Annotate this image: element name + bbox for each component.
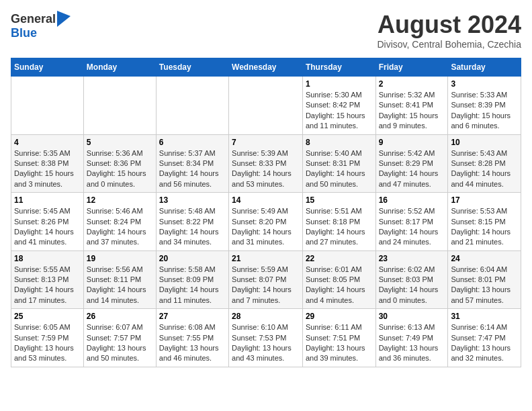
- calendar-cell: 25Sunrise: 6:05 AM Sunset: 7:59 PM Dayli…: [11, 309, 84, 367]
- location: Divisov, Central Bohemia, Czechia: [378, 39, 522, 50]
- day-number: 15: [306, 195, 373, 205]
- calendar-table: SundayMondayTuesdayWednesdayThursdayFrid…: [11, 58, 521, 367]
- calendar-cell: 23Sunrise: 6:02 AM Sunset: 8:03 PM Dayli…: [375, 250, 448, 309]
- calendar-cell: 17Sunrise: 5:53 AM Sunset: 8:15 PM Dayli…: [448, 193, 521, 251]
- day-info: Sunrise: 5:42 AM Sunset: 8:29 PM Dayligh…: [379, 148, 445, 190]
- calendar-cell: 21Sunrise: 5:59 AM Sunset: 8:07 PM Dayli…: [229, 250, 303, 309]
- day-info: Sunrise: 5:36 AM Sunset: 8:36 PM Dayligh…: [87, 148, 153, 190]
- day-number: 5: [87, 138, 153, 147]
- day-number: 26: [87, 312, 153, 321]
- day-number: 20: [159, 254, 226, 263]
- calendar-cell: 26Sunrise: 6:07 AM Sunset: 7:57 PM Dayli…: [83, 309, 156, 367]
- day-info: Sunrise: 5:48 AM Sunset: 8:22 PM Dayligh…: [159, 206, 226, 248]
- day-info: Sunrise: 6:10 AM Sunset: 7:53 PM Dayligh…: [232, 322, 300, 364]
- day-number: 11: [14, 195, 81, 205]
- day-of-week-header: Tuesday: [156, 58, 228, 77]
- day-number: 23: [379, 254, 445, 263]
- day-info: Sunrise: 5:52 AM Sunset: 8:17 PM Dayligh…: [379, 206, 445, 248]
- calendar-cell: 24Sunrise: 6:04 AM Sunset: 8:01 PM Dayli…: [448, 250, 521, 309]
- calendar-week-row: 4Sunrise: 5:35 AM Sunset: 8:38 PM Daylig…: [11, 134, 521, 193]
- day-info: Sunrise: 5:39 AM Sunset: 8:33 PM Dayligh…: [232, 148, 300, 190]
- day-number: 4: [14, 138, 81, 147]
- day-info: Sunrise: 5:30 AM Sunset: 8:42 PM Dayligh…: [306, 90, 373, 132]
- day-info: Sunrise: 5:55 AM Sunset: 8:13 PM Dayligh…: [14, 265, 81, 306]
- page-header: General Blue August 2024 Divisov, Centra…: [11, 11, 521, 50]
- day-number: 8: [306, 138, 373, 147]
- calendar-cell: 29Sunrise: 6:11 AM Sunset: 7:51 PM Dayli…: [302, 309, 375, 367]
- day-number: 2: [379, 79, 445, 89]
- day-number: 1: [306, 79, 373, 89]
- logo-general: General: [11, 13, 56, 25]
- calendar-cell: [229, 77, 303, 135]
- calendar-week-row: 1Sunrise: 5:30 AM Sunset: 8:42 PM Daylig…: [11, 77, 521, 135]
- day-info: Sunrise: 6:04 AM Sunset: 8:01 PM Dayligh…: [451, 265, 518, 306]
- calendar-week-row: 11Sunrise: 5:45 AM Sunset: 8:26 PM Dayli…: [11, 193, 521, 251]
- calendar-cell: 13Sunrise: 5:48 AM Sunset: 8:22 PM Dayli…: [156, 193, 228, 251]
- calendar-cell: 16Sunrise: 5:52 AM Sunset: 8:17 PM Dayli…: [375, 193, 448, 251]
- calendar-cell: 27Sunrise: 6:08 AM Sunset: 7:55 PM Dayli…: [156, 309, 228, 367]
- calendar-week-row: 25Sunrise: 6:05 AM Sunset: 7:59 PM Dayli…: [11, 309, 521, 367]
- day-number: 14: [232, 195, 300, 205]
- month-year: August 2024: [378, 11, 522, 39]
- day-info: Sunrise: 6:08 AM Sunset: 7:55 PM Dayligh…: [159, 322, 226, 364]
- calendar-week-row: 18Sunrise: 5:55 AM Sunset: 8:13 PM Dayli…: [11, 250, 521, 309]
- day-number: 28: [232, 312, 300, 321]
- day-of-week-header: Wednesday: [229, 58, 303, 77]
- day-info: Sunrise: 6:13 AM Sunset: 7:49 PM Dayligh…: [379, 322, 445, 364]
- day-number: 6: [159, 138, 226, 147]
- day-number: 9: [379, 138, 445, 147]
- logo-icon: [57, 11, 71, 27]
- calendar-cell: 1Sunrise: 5:30 AM Sunset: 8:42 PM Daylig…: [302, 77, 375, 135]
- day-number: 3: [451, 79, 518, 89]
- svg-marker-0: [57, 11, 71, 27]
- day-info: Sunrise: 5:51 AM Sunset: 8:18 PM Dayligh…: [306, 206, 373, 248]
- calendar-cell: 11Sunrise: 5:45 AM Sunset: 8:26 PM Dayli…: [11, 193, 84, 251]
- day-number: 24: [451, 254, 518, 263]
- day-info: Sunrise: 5:59 AM Sunset: 8:07 PM Dayligh…: [232, 265, 300, 306]
- day-info: Sunrise: 5:56 AM Sunset: 8:11 PM Dayligh…: [87, 265, 153, 306]
- day-number: 7: [232, 138, 300, 147]
- calendar-cell: 18Sunrise: 5:55 AM Sunset: 8:13 PM Dayli…: [11, 250, 84, 309]
- day-of-week-header: Sunday: [11, 58, 84, 77]
- calendar-cell: [83, 77, 156, 135]
- calendar-header-row: SundayMondayTuesdayWednesdayThursdayFrid…: [11, 58, 521, 77]
- day-info: Sunrise: 6:01 AM Sunset: 8:05 PM Dayligh…: [306, 265, 373, 306]
- day-of-week-header: Saturday: [448, 58, 521, 77]
- day-info: Sunrise: 6:07 AM Sunset: 7:57 PM Dayligh…: [87, 322, 153, 364]
- calendar-cell: 28Sunrise: 6:10 AM Sunset: 7:53 PM Dayli…: [229, 309, 303, 367]
- calendar-cell: 8Sunrise: 5:40 AM Sunset: 8:31 PM Daylig…: [302, 134, 375, 193]
- calendar-cell: [156, 77, 228, 135]
- day-number: 12: [87, 195, 153, 205]
- calendar-cell: 19Sunrise: 5:56 AM Sunset: 8:11 PM Dayli…: [83, 250, 156, 309]
- day-info: Sunrise: 5:35 AM Sunset: 8:38 PM Dayligh…: [14, 148, 81, 190]
- logo-blue: Blue: [11, 27, 71, 39]
- logo-text: General Blue: [11, 11, 71, 39]
- day-number: 25: [14, 312, 81, 321]
- calendar-cell: 3Sunrise: 5:33 AM Sunset: 8:39 PM Daylig…: [448, 77, 521, 135]
- calendar-cell: 2Sunrise: 5:32 AM Sunset: 8:41 PM Daylig…: [375, 77, 448, 135]
- day-info: Sunrise: 5:58 AM Sunset: 8:09 PM Dayligh…: [159, 265, 226, 306]
- day-info: Sunrise: 5:43 AM Sunset: 8:28 PM Dayligh…: [451, 148, 518, 190]
- day-number: 31: [451, 312, 518, 321]
- calendar-cell: 31Sunrise: 6:14 AM Sunset: 7:47 PM Dayli…: [448, 309, 521, 367]
- day-number: 16: [379, 195, 445, 205]
- calendar-cell: 22Sunrise: 6:01 AM Sunset: 8:05 PM Dayli…: [302, 250, 375, 309]
- calendar-cell: 4Sunrise: 5:35 AM Sunset: 8:38 PM Daylig…: [11, 134, 84, 193]
- day-info: Sunrise: 5:45 AM Sunset: 8:26 PM Dayligh…: [14, 206, 81, 248]
- day-info: Sunrise: 6:11 AM Sunset: 7:51 PM Dayligh…: [306, 322, 373, 364]
- day-number: 18: [14, 254, 81, 263]
- calendar-cell: 20Sunrise: 5:58 AM Sunset: 8:09 PM Dayli…: [156, 250, 228, 309]
- day-number: 27: [159, 312, 226, 321]
- day-info: Sunrise: 5:33 AM Sunset: 8:39 PM Dayligh…: [451, 90, 518, 132]
- day-number: 13: [159, 195, 226, 205]
- day-number: 30: [379, 312, 445, 321]
- calendar-cell: 5Sunrise: 5:36 AM Sunset: 8:36 PM Daylig…: [83, 134, 156, 193]
- day-info: Sunrise: 6:02 AM Sunset: 8:03 PM Dayligh…: [379, 265, 445, 306]
- day-info: Sunrise: 5:49 AM Sunset: 8:20 PM Dayligh…: [232, 206, 300, 248]
- calendar-cell: 9Sunrise: 5:42 AM Sunset: 8:29 PM Daylig…: [375, 134, 448, 193]
- day-info: Sunrise: 5:53 AM Sunset: 8:15 PM Dayligh…: [451, 206, 518, 248]
- day-info: Sunrise: 5:37 AM Sunset: 8:34 PM Dayligh…: [159, 148, 226, 190]
- day-number: 22: [306, 254, 373, 263]
- title-block: August 2024 Divisov, Central Bohemia, Cz…: [378, 11, 522, 50]
- calendar-cell: [11, 77, 84, 135]
